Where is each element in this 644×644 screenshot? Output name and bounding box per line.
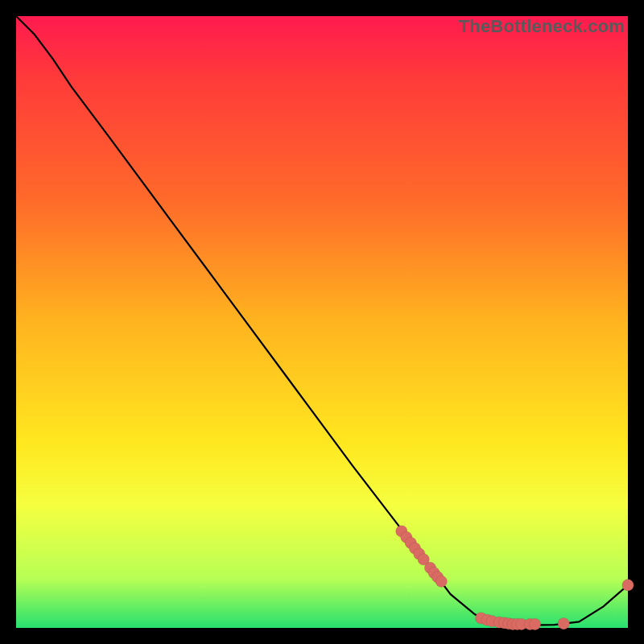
data-point bbox=[529, 618, 540, 630]
chart-svg bbox=[16, 16, 628, 628]
data-points bbox=[396, 526, 634, 630]
plot-area: TheBottleneck.com bbox=[16, 16, 628, 628]
data-point bbox=[558, 617, 569, 629]
bottleneck-curve bbox=[16, 16, 628, 625]
data-point bbox=[622, 580, 634, 591]
data-point bbox=[436, 576, 447, 587]
